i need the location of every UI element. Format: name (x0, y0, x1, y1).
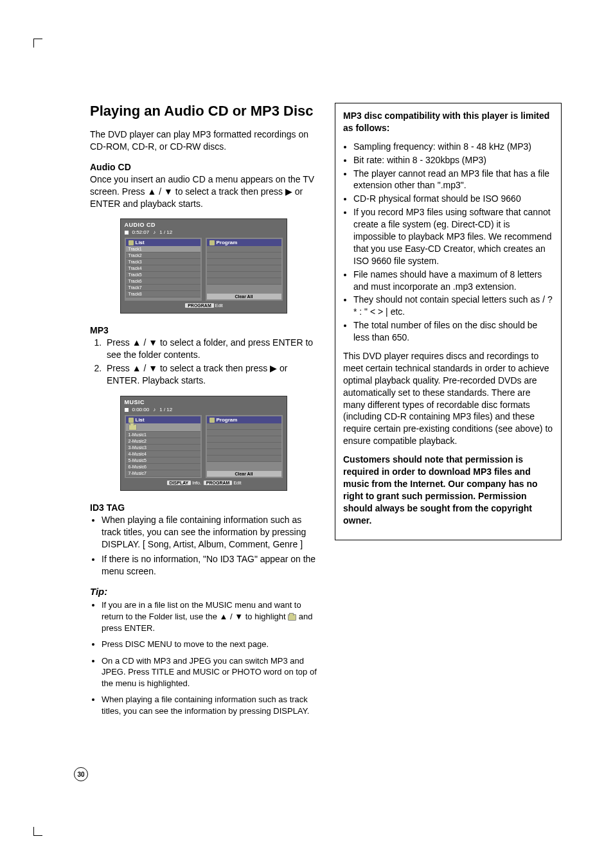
compat-1: Sampling frequency: within 8 - 48 kHz (M… (353, 141, 553, 153)
compatibility-box: MP3 disc compatibility with this player … (335, 103, 562, 540)
compat-5: If you record MP3 files using software t… (353, 206, 553, 267)
osd-music: MUSIC 0:00:00 ♪ 1 / 12 List 1-Music1 2-M… (120, 396, 287, 491)
compat-7: They should not contain special letters … (353, 294, 553, 318)
tip-heading: Tip: (90, 586, 317, 597)
clear-all-button: Clear All (207, 294, 281, 299)
track-row: Track2 (126, 252, 200, 259)
audio-cd-body: Once you insert an audio CD a menu appea… (90, 173, 317, 210)
track-row: 4-Music4 (126, 451, 200, 457)
empty-row (207, 272, 281, 278)
track-row: Track4 (126, 265, 200, 272)
display-footer-txt: Info. (192, 481, 201, 485)
box-paragraph-2: Customers should note that permission is… (343, 454, 553, 526)
compat-6: File names should have a maximum of 8 le… (353, 269, 553, 293)
page-number: 30 (74, 767, 88, 781)
left-column: Playing an Audio CD or MP3 Disc The DVD … (90, 103, 317, 725)
program-icon (209, 418, 215, 423)
folder-icon (288, 614, 296, 621)
osd-program-panel: Program Clear All (206, 238, 283, 301)
page-content: Playing an Audio CD or MP3 Disc The DVD … (39, 45, 574, 738)
tip-1a: If you are in a file list on the MUSIC m… (102, 600, 301, 621)
osd-list-panel: List Track1 Track2 Track3 Track4 Track5 … (125, 238, 202, 301)
note-icon: ♪ (153, 407, 155, 412)
id3-list: When playing a file containing informati… (90, 514, 317, 577)
note-icon: ♪ (153, 229, 155, 235)
track-row: 7-Music7 (126, 470, 200, 477)
stop-icon (125, 408, 129, 412)
program-icon (209, 240, 215, 245)
folder-up-icon (129, 424, 137, 430)
list-icon (129, 240, 134, 245)
empty-row (207, 436, 281, 443)
empty-row (207, 246, 281, 252)
osd-program-panel: Program Clear All (206, 415, 283, 478)
osd-status: 0:52:07 ♪ 1 / 12 (125, 229, 283, 235)
osd-title: MUSIC (125, 399, 283, 405)
crop-mark (33, 39, 42, 48)
osd-list-panel: List 1-Music1 2-Music2 3-Music3 4-Music4… (125, 415, 202, 478)
track-row: Track1 (126, 246, 200, 252)
right-column: MP3 disc compatibility with this player … (335, 103, 562, 725)
track-row: 3-Music3 (126, 445, 200, 451)
program-footer-txt: Edit (215, 303, 223, 308)
intro-paragraph: The DVD player can play MP3 formatted re… (90, 128, 317, 153)
compat-4: CD-R physical format should be ISO 9660 (353, 193, 553, 205)
box-paragraph-1: This DVD player requires discs and recor… (343, 350, 553, 447)
clear-all-button: Clear All (207, 471, 281, 477)
track-row: Track7 (126, 285, 200, 291)
empty-row (207, 443, 281, 449)
mp3-step-1: Press ▲ / ▼ to select a folder, and pres… (104, 337, 317, 361)
tip-3: On a CD with MP3 and JPEG you can switch… (102, 655, 317, 689)
track-row: Track3 (126, 259, 200, 265)
osd-time: 0:00:00 (132, 407, 150, 412)
empty-row (207, 265, 281, 272)
empty-row (207, 456, 281, 462)
mp3-heading: MP3 (90, 325, 317, 335)
osd-footer: PROGRAMEdit (125, 303, 283, 308)
mp3-steps: Press ▲ / ▼ to select a folder, and pres… (90, 337, 317, 387)
tip-4: When playing a file containing informati… (102, 694, 317, 716)
audio-cd-heading: Audio CD (90, 162, 317, 172)
folder-up-row (126, 423, 200, 432)
compat-2: Bit rate: within 8 - 320kbps (MP3) (353, 154, 553, 166)
track-row: 1-Music1 (126, 432, 200, 438)
track-row: 2-Music2 (126, 438, 200, 445)
stop-icon (125, 231, 129, 235)
empty-row (207, 259, 281, 265)
id3-bullet-2: If there is no information, "No ID3 TAG"… (102, 553, 317, 578)
compat-list: Sampling frequency: within 8 - 48 kHz (M… (343, 141, 553, 344)
track-row: Track5 (126, 272, 200, 278)
display-footer-btn: DISPLAY (167, 481, 191, 485)
tip-1: If you are in a file list on the MUSIC m… (102, 599, 317, 633)
track-row: 6-Music6 (126, 464, 200, 470)
osd-footer: DISPLAYInfo. PROGRAMEdit (125, 481, 283, 485)
tip-2: Press DISC MENU to move to the next page… (102, 639, 317, 650)
osd-counter: 1 / 12 (159, 407, 172, 412)
id3-bullet-1: When playing a file containing informati… (102, 514, 317, 551)
osd-program-label: Program (217, 417, 238, 423)
program-footer-txt: Edit (233, 481, 241, 485)
track-row: Track6 (126, 278, 200, 285)
empty-row (207, 423, 281, 430)
compat-8: The total number of files on the disc sh… (353, 319, 553, 344)
box-heading: MP3 disc compatibility with this player … (343, 110, 553, 134)
osd-list-label: List (136, 417, 145, 423)
osd-counter: 1 / 12 (159, 229, 172, 235)
osd-title: AUDIO CD (125, 222, 283, 228)
empty-row (207, 278, 281, 285)
page-title: Playing an Audio CD or MP3 Disc (90, 103, 317, 120)
track-row: Track8 (126, 291, 200, 297)
osd-time: 0:52:07 (132, 229, 150, 235)
list-icon (129, 418, 134, 423)
track-row: 5-Music5 (126, 457, 200, 464)
crop-mark (33, 827, 42, 836)
empty-row (207, 449, 281, 456)
empty-row (207, 252, 281, 259)
osd-list-label: List (136, 240, 145, 245)
osd-program-label: Program (217, 240, 238, 245)
empty-row (207, 430, 281, 436)
osd-audio-cd: AUDIO CD 0:52:07 ♪ 1 / 12 List Track1 Tr… (120, 218, 287, 314)
id3-heading: ID3 TAG (90, 502, 317, 513)
program-footer-btn: PROGRAM (204, 481, 233, 485)
compat-3: The player cannot read an MP3 file that … (353, 168, 553, 192)
